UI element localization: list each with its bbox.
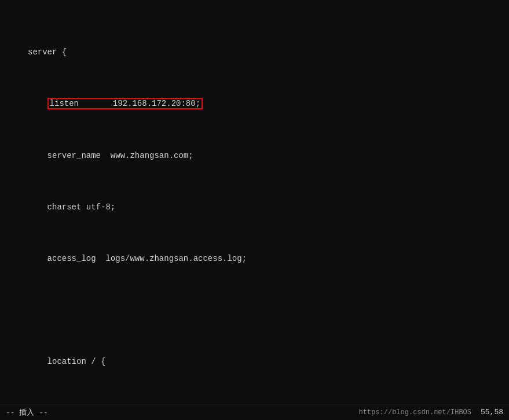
code-line: charset utf-8;: [28, 201, 500, 213]
code-line: server_name www.zhangsan.com;: [28, 149, 500, 162]
code-line: [28, 304, 500, 316]
code-line: access_log logs/www.zhangsan.access.log;: [28, 252, 500, 265]
status-url: https://blog.csdn.net/IHBOS: [359, 408, 471, 417]
status-mode: -- 插入 --: [6, 407, 48, 418]
listen-highlight-1: listen 192.168.172.20:80;: [47, 98, 203, 109]
code-line: location / {: [28, 355, 500, 368]
status-right: https://blog.csdn.net/IHBOS 55,58: [359, 408, 503, 417]
status-bar: -- 插入 -- https://blog.csdn.net/IHBOS 55,…: [0, 404, 509, 420]
code-area: server { listen 192.168.172.20:80; serve…: [0, 5, 509, 420]
editor-container: server { listen 192.168.172.20:80; serve…: [0, 0, 509, 420]
status-position: 55,58: [481, 408, 503, 417]
code-line-listen-1: listen 192.168.172.20:80;: [28, 97, 500, 110]
code-line: server {: [28, 46, 500, 58]
